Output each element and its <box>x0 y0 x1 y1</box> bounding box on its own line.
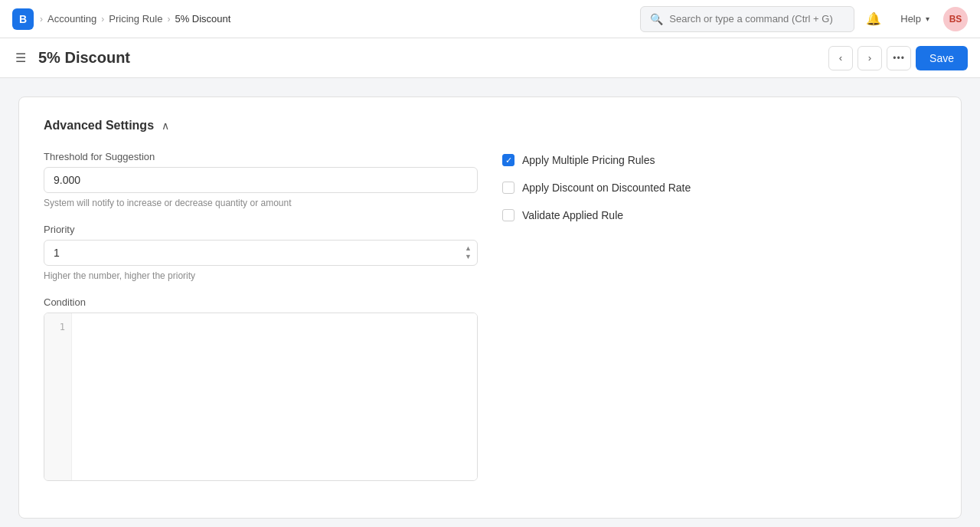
checkbox-apply-multiple[interactable]: Apply Multiple Pricing Rules <box>502 154 936 166</box>
priority-input-wrap: ▲ ▼ <box>44 240 478 266</box>
breadcrumb: › Accounting › Pricing Rule › 5% Discoun… <box>40 13 634 25</box>
condition-textarea[interactable] <box>72 313 477 480</box>
chevron-right-icon: › <box>868 52 871 64</box>
priority-arrows[interactable]: ▲ ▼ <box>465 245 472 260</box>
form-right: Apply Multiple Pricing Rules Apply Disco… <box>502 151 936 496</box>
page-header: ☰ 5% Discount ‹ › ••• Save <box>0 38 980 78</box>
main-content: Advanced Settings ∧ Threshold for Sugges… <box>0 78 980 527</box>
checkbox-apply-discount-label: Apply Discount on Discounted Rate <box>522 182 691 194</box>
checkbox-apply-discount-box[interactable] <box>502 182 514 194</box>
line-number-1: 1 <box>44 319 71 335</box>
section-collapse-icon[interactable]: ∧ <box>162 119 169 132</box>
form-left: Threshold for Suggestion System will not… <box>44 151 478 496</box>
more-options-button[interactable]: ••• <box>887 46 911 70</box>
page-header-actions: ‹ › ••• Save <box>828 46 968 70</box>
condition-editor: 1 <box>44 313 478 481</box>
checkbox-apply-multiple-box[interactable] <box>502 154 514 166</box>
chevron-left-icon: ‹ <box>839 52 842 64</box>
priority-label: Priority <box>44 224 478 235</box>
prev-button[interactable]: ‹ <box>828 46 853 70</box>
avatar[interactable]: BS <box>943 7 968 31</box>
navbar-actions: 🔔 Help ▾ BS <box>861 6 968 32</box>
threshold-hint: System will notify to increase or decrea… <box>44 198 478 208</box>
section-title: Advanced Settings <box>44 119 154 133</box>
breadcrumb-accounting[interactable]: Accounting <box>47 13 96 25</box>
checkbox-apply-multiple-label: Apply Multiple Pricing Rules <box>522 154 655 166</box>
priority-down-icon[interactable]: ▼ <box>465 254 472 260</box>
condition-label: Condition <box>44 296 478 308</box>
breadcrumb-sep-2: › <box>167 14 170 25</box>
app-logo[interactable]: B <box>12 8 34 30</box>
code-gutter: 1 <box>44 313 72 480</box>
menu-toggle-icon[interactable]: ☰ <box>12 47 29 68</box>
condition-group: Condition 1 <box>44 296 478 481</box>
save-button[interactable]: Save <box>916 46 968 70</box>
checkbox-validate-rule-box[interactable] <box>502 209 514 221</box>
condition-editor-content: 1 <box>44 313 477 480</box>
advanced-settings-card: Advanced Settings ∧ Threshold for Sugges… <box>18 97 962 519</box>
breadcrumb-sep-0: › <box>40 14 43 25</box>
checkbox-apply-discount[interactable]: Apply Discount on Discounted Rate <box>502 182 936 194</box>
navbar: B › Accounting › Pricing Rule › 5% Disco… <box>0 0 980 38</box>
threshold-label: Threshold for Suggestion <box>44 151 478 162</box>
priority-group: Priority ▲ ▼ Higher the number, higher t… <box>44 224 478 281</box>
search-input[interactable] <box>669 13 844 25</box>
page-title: 5% Discount <box>38 49 819 67</box>
breadcrumb-current: 5% Discount <box>175 13 230 25</box>
priority-hint: Higher the number, higher the priority <box>44 270 478 281</box>
help-chevron-icon: ▾ <box>926 15 929 23</box>
checkbox-validate-rule[interactable]: Validate Applied Rule <box>502 209 936 221</box>
next-button[interactable]: › <box>858 46 882 70</box>
section-header: Advanced Settings ∧ <box>44 119 936 133</box>
help-menu[interactable]: Help ▾ <box>893 6 937 32</box>
threshold-group: Threshold for Suggestion System will not… <box>44 151 478 208</box>
threshold-input[interactable] <box>44 167 478 193</box>
priority-input[interactable] <box>44 240 478 266</box>
dots-icon: ••• <box>893 53 905 64</box>
breadcrumb-sep-1: › <box>101 14 104 25</box>
search-icon: 🔍 <box>650 13 663 25</box>
search-bar[interactable]: 🔍 <box>640 6 854 32</box>
priority-up-icon[interactable]: ▲ <box>465 245 472 252</box>
form-layout: Threshold for Suggestion System will not… <box>44 151 936 496</box>
checkbox-group: Apply Multiple Pricing Rules Apply Disco… <box>502 151 936 221</box>
checkbox-validate-rule-label: Validate Applied Rule <box>522 209 623 221</box>
breadcrumb-pricing-rule[interactable]: Pricing Rule <box>109 13 162 25</box>
notification-bell[interactable]: 🔔 <box>861 6 887 32</box>
